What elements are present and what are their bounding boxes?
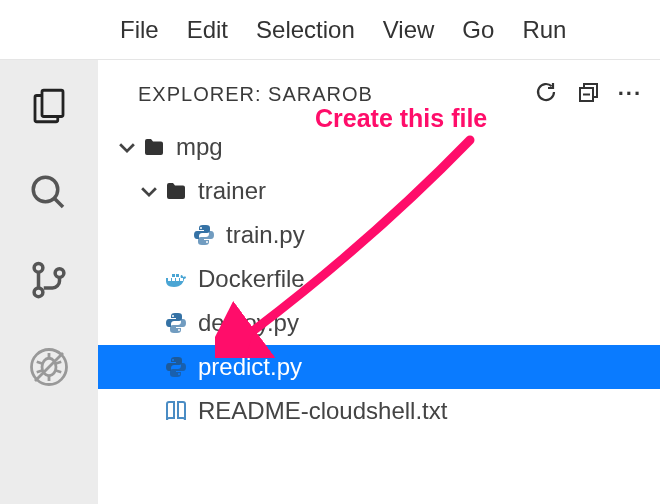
tree-file-predict-py[interactable]: predict.py <box>98 345 660 389</box>
tree-item-label: trainer <box>198 177 266 205</box>
refresh-icon[interactable] <box>534 80 558 108</box>
tree-folder-trainer[interactable]: trainer <box>98 169 660 213</box>
chevron-down-icon <box>116 136 138 158</box>
tree-item-label: train.py <box>226 221 305 249</box>
collapse-all-icon[interactable] <box>576 80 600 108</box>
svg-point-5 <box>55 269 64 278</box>
svg-line-2 <box>54 198 63 207</box>
docker-file-icon <box>164 267 188 291</box>
python-file-icon <box>192 223 216 247</box>
menu-selection[interactable]: Selection <box>256 16 355 44</box>
chevron-down-icon <box>138 180 160 202</box>
explorer-title: EXPLORER: SARAROB <box>138 83 524 106</box>
menu-file[interactable]: File <box>120 16 159 44</box>
svg-line-10 <box>37 362 42 364</box>
tree-file-dockerfile[interactable]: Dockerfile <box>98 257 660 301</box>
svg-point-3 <box>34 263 43 272</box>
spacer <box>138 400 160 422</box>
file-tree: mpg trainer train.py <box>98 120 660 433</box>
explorer-icon[interactable] <box>28 85 70 127</box>
svg-point-1 <box>33 177 58 202</box>
svg-line-11 <box>56 362 61 364</box>
source-control-icon[interactable] <box>28 259 70 301</box>
tree-file-readme[interactable]: README-cloudshell.txt <box>98 389 660 433</box>
tree-file-train-py[interactable]: train.py <box>98 213 660 257</box>
readme-file-icon <box>164 399 188 423</box>
spacer <box>138 312 160 334</box>
tree-file-deploy-py[interactable]: deploy.py <box>98 301 660 345</box>
explorer-panel: EXPLORER: SARAROB ··· <box>98 60 660 504</box>
debug-disabled-icon[interactable] <box>28 346 70 388</box>
svg-line-12 <box>37 371 42 373</box>
tree-item-label: Dockerfile <box>198 265 305 293</box>
svg-point-4 <box>34 288 43 297</box>
svg-line-13 <box>56 371 61 373</box>
tree-item-label: predict.py <box>198 353 302 381</box>
tree-item-label: mpg <box>176 133 223 161</box>
menu-run[interactable]: Run <box>522 16 566 44</box>
main-area: EXPLORER: SARAROB ··· <box>0 60 660 504</box>
menu-go[interactable]: Go <box>462 16 494 44</box>
spacer <box>138 356 160 378</box>
folder-icon <box>142 135 166 159</box>
menubar: File Edit Selection View Go Run <box>0 0 660 60</box>
python-file-icon <box>164 311 188 335</box>
menu-view[interactable]: View <box>383 16 435 44</box>
spacer <box>138 268 160 290</box>
activity-bar <box>0 60 98 504</box>
folder-icon <box>164 179 188 203</box>
tree-item-label: deploy.py <box>198 309 299 337</box>
python-file-icon <box>164 355 188 379</box>
more-icon[interactable]: ··· <box>618 83 642 105</box>
svg-rect-0 <box>42 90 63 116</box>
explorer-header: EXPLORER: SARAROB ··· <box>98 60 660 120</box>
spacer <box>166 224 188 246</box>
tree-folder-mpg[interactable]: mpg <box>98 125 660 169</box>
tree-item-label: README-cloudshell.txt <box>198 397 447 425</box>
menu-edit[interactable]: Edit <box>187 16 228 44</box>
search-icon[interactable] <box>28 172 70 214</box>
